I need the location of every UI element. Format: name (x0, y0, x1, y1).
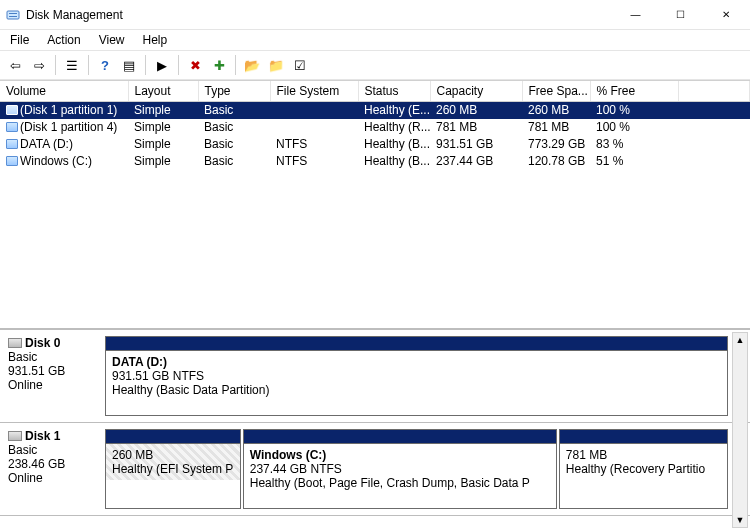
menu-help[interactable]: Help (135, 32, 176, 48)
disk-name: Disk 1 (8, 429, 97, 443)
console-icon[interactable]: ▤ (118, 54, 140, 76)
partition-size: 931.51 GB NTFS (112, 369, 721, 383)
partition-bar (244, 430, 556, 444)
partition-block[interactable]: DATA (D:)931.51 GB NTFSHealthy (Basic Da… (105, 336, 728, 416)
toolbar: ⇦⇨☰?▤▶✖✚📂📁☑ (0, 50, 750, 80)
partition-health: Healthy (Basic Data Partition) (112, 383, 721, 397)
partition-bar (106, 430, 240, 444)
partition-bar (106, 337, 727, 351)
properties-icon[interactable]: ☑ (289, 54, 311, 76)
menu-view[interactable]: View (91, 32, 133, 48)
scroll-down-icon[interactable]: ▼ (733, 513, 747, 527)
volume-icon (6, 156, 18, 166)
menu-file[interactable]: File (2, 32, 37, 48)
disk-status: Online (8, 378, 97, 392)
svg-rect-1 (9, 13, 17, 14)
volume-table: VolumeLayoutTypeFile SystemStatusCapacit… (0, 81, 750, 170)
partition-block[interactable]: 260 MBHealthy (EFI System P (105, 429, 241, 509)
disk-status: Online (8, 471, 97, 485)
partition-size: 237.44 GB NTFS (250, 462, 550, 476)
column-header-row[interactable]: VolumeLayoutTypeFile SystemStatusCapacit… (0, 81, 750, 101)
disk-size: 238.46 GB (8, 457, 97, 471)
toolbar-separator (55, 55, 56, 75)
column-header[interactable]: Status (358, 81, 430, 101)
partition-health: Healthy (EFI System P (112, 462, 234, 476)
title-bar: Disk Management — ☐ ✕ (0, 0, 750, 30)
disk-row: Disk 0Basic931.51 GBOnlineDATA (D:)931.5… (0, 330, 750, 423)
close-button[interactable]: ✕ (703, 1, 748, 29)
toolbar-separator (178, 55, 179, 75)
volume-name: Windows (C:) (20, 154, 92, 168)
column-header[interactable]: Type (198, 81, 270, 101)
menu-bar: FileActionViewHelp (0, 30, 750, 50)
app-icon (6, 8, 20, 22)
table-row[interactable]: Windows (C:)SimpleBasicNTFSHealthy (B...… (0, 153, 750, 170)
toolbar-separator (235, 55, 236, 75)
column-header[interactable]: % Free (590, 81, 678, 101)
back-icon[interactable]: ⇦ (4, 54, 26, 76)
disk-type: Basic (8, 350, 97, 364)
maximize-button[interactable]: ☐ (658, 1, 703, 29)
partition-block[interactable]: 781 MBHealthy (Recovery Partitio (559, 429, 728, 509)
column-header[interactable]: File System (270, 81, 358, 101)
partition-size: 781 MB (566, 448, 721, 462)
disk-meta[interactable]: Disk 1Basic238.46 GBOnline (0, 423, 103, 515)
partition-title: Windows (C:) (250, 448, 550, 462)
column-header[interactable]: Layout (128, 81, 198, 101)
disk-name: Disk 0 (8, 336, 97, 350)
disk-type: Basic (8, 443, 97, 457)
partition-health: Healthy (Recovery Partitio (566, 462, 721, 476)
disk-map-panel: Disk 0Basic931.51 GBOnlineDATA (D:)931.5… (0, 328, 750, 530)
new-folder-icon[interactable]: 📁 (265, 54, 287, 76)
disk-row: Disk 1Basic238.46 GBOnline260 MBHealthy … (0, 423, 750, 516)
forward-icon[interactable]: ⇨ (28, 54, 50, 76)
minimize-button[interactable]: — (613, 1, 658, 29)
column-header[interactable]: Capacity (430, 81, 522, 101)
run-icon[interactable]: ▶ (151, 54, 173, 76)
delete-icon[interactable]: ✖ (184, 54, 206, 76)
table-row[interactable]: (Disk 1 partition 4)SimpleBasicHealthy (… (0, 119, 750, 136)
window-title: Disk Management (26, 8, 123, 22)
volume-name: (Disk 1 partition 1) (20, 103, 117, 117)
open-icon[interactable]: 📂 (241, 54, 263, 76)
window-controls: — ☐ ✕ (613, 1, 748, 29)
table-row[interactable]: (Disk 1 partition 1)SimpleBasicHealthy (… (0, 101, 750, 119)
new-icon[interactable]: ✚ (208, 54, 230, 76)
volume-icon (6, 122, 18, 132)
scrollbar-vertical[interactable]: ▲ ▼ (732, 332, 748, 528)
disk-size: 931.51 GB (8, 364, 97, 378)
tree-icon[interactable]: ☰ (61, 54, 83, 76)
svg-rect-2 (9, 16, 17, 17)
disk-partition-container: 260 MBHealthy (EFI System PWindows (C:)2… (103, 423, 750, 515)
volume-list-panel: VolumeLayoutTypeFile SystemStatusCapacit… (0, 80, 750, 328)
partition-size: 260 MB (112, 448, 234, 462)
svg-rect-0 (7, 11, 19, 19)
toolbar-separator (88, 55, 89, 75)
partition-title: DATA (D:) (112, 355, 721, 369)
disk-meta[interactable]: Disk 0Basic931.51 GBOnline (0, 330, 103, 422)
disk-partition-container: DATA (D:)931.51 GB NTFSHealthy (Basic Da… (103, 330, 750, 422)
help-icon[interactable]: ? (94, 54, 116, 76)
menu-action[interactable]: Action (39, 32, 88, 48)
disk-icon (8, 431, 22, 441)
volume-icon (6, 105, 18, 115)
partition-health: Healthy (Boot, Page File, Crash Dump, Ba… (250, 476, 550, 490)
toolbar-separator (145, 55, 146, 75)
volume-name: (Disk 1 partition 4) (20, 120, 117, 134)
volume-icon (6, 139, 18, 149)
volume-name: DATA (D:) (20, 137, 73, 151)
partition-bar (560, 430, 727, 444)
table-row[interactable]: DATA (D:)SimpleBasicNTFSHealthy (B...931… (0, 136, 750, 153)
column-header[interactable]: Volume (0, 81, 128, 101)
disk-icon (8, 338, 22, 348)
scroll-up-icon[interactable]: ▲ (733, 333, 747, 347)
column-header[interactable]: Free Spa... (522, 81, 590, 101)
partition-block[interactable]: Windows (C:)237.44 GB NTFSHealthy (Boot,… (243, 429, 557, 509)
